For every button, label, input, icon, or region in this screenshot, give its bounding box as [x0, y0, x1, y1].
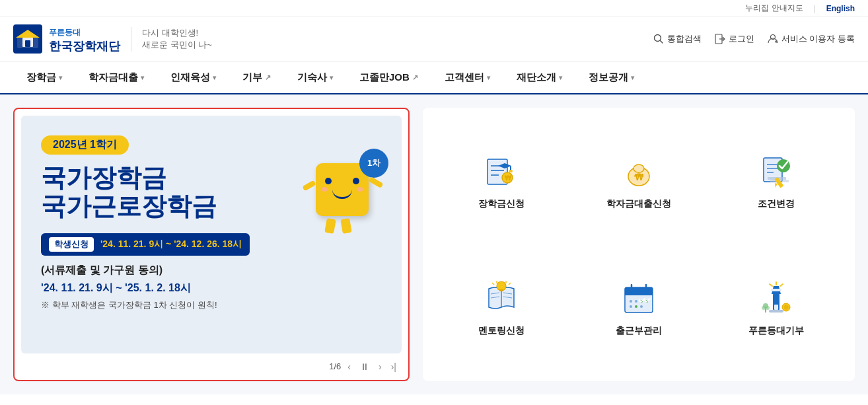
svg-line-5 — [660, 41, 663, 44]
quick-attendance[interactable]: 출근부관리 — [573, 267, 704, 349]
brand-main: 한국장학재단 — [49, 40, 120, 53]
svg-point-67 — [762, 306, 766, 310]
nav-talent[interactable]: 인재육성 ▾ — [157, 62, 229, 93]
svg-point-52 — [630, 305, 632, 308]
banner-section: 1차 2025년 1학기 국가장학금 국가근로장학금 — [13, 108, 410, 381]
slider-last-button[interactable]: ›| — [388, 360, 399, 373]
banner-character: 1차 — [296, 129, 388, 248]
english-link[interactable]: English — [826, 4, 855, 13]
quick-mentoring[interactable]: 멘토링신청 — [436, 267, 567, 349]
banner-tag: 2025년 1학기 — [41, 135, 129, 155]
main-content: 1차 2025년 1학기 국가장학금 국가근로장학금 — [0, 94, 868, 394]
banner-inner: 1차 2025년 1학기 국가장학금 국가근로장학금 — [21, 116, 402, 353]
quick-donation[interactable]: 푸른등대기부 — [711, 267, 842, 349]
slogan-line1: 다시 대학인생! — [142, 28, 198, 38]
top-bar: 누리집 안내지도 | English — [0, 0, 868, 17]
login-icon — [715, 34, 725, 44]
slider-next-button[interactable]: › — [376, 360, 384, 373]
search-icon — [653, 34, 664, 44]
mentoring-icon — [482, 279, 521, 318]
svg-line-40 — [492, 283, 494, 285]
register-icon — [768, 34, 778, 44]
quick-loan[interactable]: ₩ 학자금대출신청 — [573, 140, 704, 222]
nav-dorm[interactable]: 기숙사 ▾ — [284, 62, 346, 93]
nav-scholarship-arrow: ▾ — [59, 74, 62, 81]
svg-point-21 — [633, 165, 644, 172]
nav-scholarship[interactable]: 장학금 ▾ — [13, 62, 75, 93]
slogan-line2: 새로운 국민이 나~ — [142, 40, 212, 50]
quick-mentoring-label: 멘토링신청 — [478, 325, 524, 337]
logo-slogan: 다시 대학인생! 새로운 국민이 나~ — [131, 27, 212, 51]
donation-icon — [756, 279, 796, 318]
svg-point-33 — [497, 281, 506, 291]
quick-loan-label: 학자금대출신청 — [606, 198, 671, 210]
condition-icon — [756, 152, 796, 192]
svg-point-17 — [509, 170, 513, 172]
nav-loan-arrow: ▾ — [141, 74, 144, 81]
svg-point-68 — [766, 306, 770, 310]
brand-prefix: 푸른등대 — [49, 28, 81, 37]
search-label: 통합검색 — [667, 33, 702, 45]
logo-icon — [13, 24, 42, 54]
logo-text: 푸른등대 한국장학재단 — [49, 24, 120, 55]
nav-job[interactable]: 고졸만JOB ↗ — [346, 62, 431, 93]
slider-pause-button[interactable]: ⏸ — [357, 360, 372, 373]
banner-note3: ※ 학부 재학생은 국가장학금 1차 신청이 원칙! — [41, 299, 382, 311]
quick-donation-label: 푸른등대기부 — [748, 325, 804, 337]
nav-about-arrow: ▾ — [559, 74, 562, 81]
nav-talent-arrow: ▾ — [213, 74, 216, 81]
slider-controls: 1/6 ‹ ⏸ › ›| — [21, 360, 402, 373]
banner-note2: '24. 11. 21. 9시 ~ '25. 1. 2. 18시 — [41, 281, 382, 295]
svg-line-60 — [780, 284, 783, 286]
nav-info[interactable]: 정보공개 ▾ — [575, 62, 647, 93]
nav-donation-ext: ↗ — [265, 73, 271, 82]
quick-condition-label: 조건변경 — [758, 198, 795, 210]
quick-scholarship[interactable]: ₩ 장학금신청 — [436, 140, 567, 222]
nav-donation[interactable]: 기부 ↗ — [229, 62, 284, 93]
register-label: 서비스 이용자 등록 — [781, 33, 855, 45]
nav-job-ext: ↗ — [412, 73, 418, 82]
quick-links-section: ₩ 장학금신청 ₩ 학자금대출신청 — [423, 108, 855, 381]
register-action[interactable]: 서비스 이용자 등록 — [768, 33, 855, 45]
attendance-icon — [619, 279, 659, 318]
nav-about[interactable]: 재단소개 ▾ — [503, 62, 575, 93]
top-divider: | — [814, 4, 816, 13]
main-nav: 장학금 ▾ 학자금대출 ▾ 인재육성 ▾ 기부 ↗ 기숙사 ▾ 고졸만JOB ↗… — [0, 62, 868, 94]
nav-loan[interactable]: 학자금대출 ▾ — [75, 62, 157, 93]
svg-point-48 — [630, 300, 632, 303]
header-actions: 통합검색 로그인 서비스 이용자 등록 — [653, 33, 855, 45]
nav-customer[interactable]: 고객센터 ▾ — [431, 62, 503, 93]
svg-rect-34 — [499, 289, 503, 291]
search-action[interactable]: 통합검색 — [653, 33, 702, 45]
scholarship-icon: ₩ — [482, 152, 521, 192]
logo-area: 푸른등대 한국장학재단 다시 대학인생! 새로운 국민이 나~ — [13, 24, 212, 55]
banner-note1: (서류제출 및 가구원 동의) — [41, 264, 382, 277]
nav-dorm-arrow: ▾ — [330, 74, 333, 81]
svg-rect-3 — [25, 40, 30, 47]
quick-scholarship-label: 장학금신청 — [478, 198, 524, 210]
svg-marker-1 — [16, 30, 40, 38]
brand-name: 푸른등대 한국장학재단 — [49, 24, 120, 55]
svg-rect-61 — [774, 305, 778, 310]
svg-point-64 — [784, 305, 789, 309]
svg-rect-57 — [771, 289, 781, 291]
svg-point-54 — [640, 305, 643, 308]
site-guide-link[interactable]: 누리집 안내지도 — [745, 3, 803, 14]
login-label: 로그인 — [729, 33, 754, 45]
loan-icon: ₩ — [619, 152, 659, 192]
quick-condition[interactable]: 조건변경 — [711, 140, 842, 222]
banner-date-label: 학생신청 — [49, 237, 94, 252]
nav-customer-arrow: ▾ — [487, 74, 490, 81]
char-bubble: 1차 — [359, 149, 388, 178]
banner-date-value: '24. 11. 21. 9시 ~ '24. 12. 26. 18시 — [100, 239, 242, 250]
svg-text:₩: ₩ — [635, 172, 644, 182]
slider-prev-button[interactable]: ‹ — [345, 360, 353, 373]
slider-counter: 1/6 — [329, 361, 341, 371]
banner-date-box: 학생신청 '24. 11. 21. 9시 ~ '24. 12. 26. 18시 — [41, 233, 250, 256]
svg-rect-62 — [769, 310, 783, 313]
svg-text:₩: ₩ — [505, 174, 512, 182]
svg-point-49 — [635, 300, 637, 303]
svg-line-42 — [509, 283, 511, 285]
login-action[interactable]: 로그인 — [715, 33, 754, 45]
svg-point-53 — [635, 305, 637, 308]
